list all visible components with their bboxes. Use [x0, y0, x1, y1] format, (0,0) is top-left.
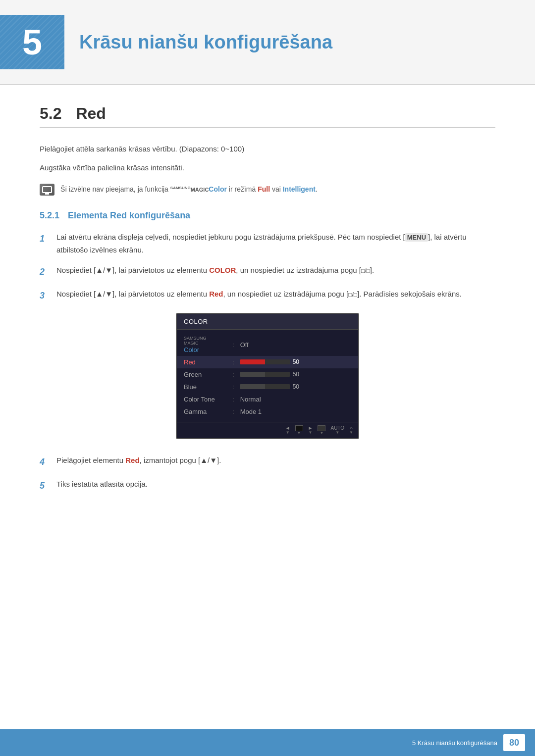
subsection-number: 5.2.1: [40, 210, 59, 220]
full-label: Full: [258, 185, 270, 193]
step-number-2: 2: [40, 264, 50, 280]
footer-chapter-text: 5 Krāsu nianšu konfigurēšana: [412, 739, 497, 747]
blue-bar-bg: [240, 384, 290, 389]
description-2: Augstāka vērtība palielina krāsas intens…: [40, 161, 495, 174]
screen-footer: ◄ ▼ ▼ ► ▼ ▼ AU: [177, 422, 358, 438]
red-bar-fill: [240, 359, 265, 364]
chapter-title: Krāsu nianšu konfigurēšana: [79, 32, 332, 53]
step-content-2: Nospiediet [▲/▼], lai pārvietotos uz ele…: [56, 264, 495, 277]
step-3: 3 Nospiediet [▲/▼], lai pārvietotos uz e…: [40, 288, 495, 303]
colortone-label: Color Tone: [184, 396, 228, 403]
note-icon: [40, 184, 54, 196]
subsection-title: 5.2.1 Elementa Red konfigurēšana: [40, 210, 495, 221]
menu-item-gamma: Gamma : Mode 1: [177, 405, 358, 418]
colortone-value: Normal: [240, 396, 261, 403]
box-key-2: □/□: [361, 267, 370, 274]
chapter-header: 5 Krāsu nianšu konfigurēšana: [0, 0, 535, 85]
step-4: 4 Pielāgojiet elementu Red, izmantojot p…: [40, 454, 495, 470]
step-content-4: Pielāgojiet elementu Red, izmantojot pog…: [56, 454, 495, 467]
green-bar-value: 50: [293, 371, 303, 378]
menu-key: MENU: [405, 233, 428, 242]
menu-item-blue: Blue : 50: [177, 381, 358, 393]
magic-color-label: SAMSUNGMAGIC Color: [184, 336, 228, 353]
step-5: 5 Tiks iestatīta atlasītā opcija.: [40, 478, 495, 494]
red-bar-bg: [240, 359, 290, 364]
red-label: Red: [184, 358, 228, 366]
footer-page-number: 80: [503, 734, 525, 751]
blue-bar-wrapper: 50: [240, 383, 303, 390]
color-label: Color: [209, 185, 227, 193]
blue-bar-value: 50: [293, 383, 303, 390]
menu-item-red: Red : 50: [177, 356, 358, 368]
step-2: 2 Nospiediet [▲/▼], lai pārvietotos uz e…: [40, 264, 495, 280]
step-number-3: 3: [40, 288, 50, 303]
description-1: Pielāgojiet attēla sarkanās krāsas vērtī…: [40, 143, 495, 155]
green-bar-bg: [240, 372, 290, 377]
red-bar-wrapper: 50: [240, 358, 303, 365]
green-bar-wrapper: 50: [240, 371, 303, 378]
red-element-label: Red: [209, 290, 223, 298]
page-wrapper: 5 Krāsu nianšu konfigurēšana 5.2 Red Pie…: [0, 0, 535, 756]
section-number: 5.2: [40, 104, 61, 122]
section-heading: Red: [76, 104, 106, 122]
gamma-value: Mode 1: [240, 408, 262, 415]
menu-item-green: Green : 50: [177, 368, 358, 381]
step-content-5: Tiks iestatīta atlasītā opcija.: [56, 478, 495, 491]
color-element-label: COLOR: [209, 266, 236, 274]
subsection-heading: Elementa Red konfigurēšana: [68, 210, 190, 220]
box-key-3: □/□: [348, 291, 357, 298]
menu-item-colortone: Color Tone : Normal: [177, 393, 358, 405]
gamma-label: Gamma: [184, 408, 228, 415]
green-label: Green: [184, 371, 228, 378]
intelligent-label: Intelligent: [283, 185, 316, 193]
chapter-number: 5: [0, 15, 64, 69]
blue-label: Blue: [184, 383, 228, 391]
brand-magic-text: SAMSUNGMAGIC: [170, 187, 209, 193]
menu-item-magic-color: SAMSUNGMAGIC Color : Off: [177, 334, 358, 356]
step-content-1: Lai atvērtu ekrāna displeja ceļvedi, nos…: [56, 231, 495, 256]
step-content-3: Nospiediet [▲/▼], lai pārvietotos uz ele…: [56, 288, 495, 301]
green-bar-fill: [240, 372, 265, 377]
step-number-5: 5: [40, 478, 50, 494]
content-area: 5.2 Red Pielāgojiet attēla sarkanās krās…: [0, 104, 535, 541]
screen-mockup-wrapper: COLOR SAMSUNGMAGIC Color : Off Red: [40, 313, 495, 439]
steps-list: 1 Lai atvērtu ekrāna displeja ceļvedi, n…: [40, 231, 495, 303]
note-text: Šī izvēlne nav pieejama, ja funkcija SAM…: [60, 184, 318, 195]
monitor-icon: [42, 186, 52, 193]
screen-menu: SAMSUNGMAGIC Color : Off Red :: [177, 330, 358, 422]
page-footer: 5 Krāsu nianšu konfigurēšana 80: [0, 729, 535, 756]
red-label-step4: Red: [125, 456, 139, 464]
step-number-1: 1: [40, 231, 50, 247]
red-bar-value: 50: [293, 358, 303, 365]
step-1: 1 Lai atvērtu ekrāna displeja ceļvedi, n…: [40, 231, 495, 256]
screen-mockup: COLOR SAMSUNGMAGIC Color : Off Red: [176, 313, 359, 439]
step-number-4: 4: [40, 454, 50, 470]
section-title: 5.2 Red: [40, 104, 495, 128]
note-box: Šī izvēlne nav pieejama, ja funkcija SAM…: [40, 184, 495, 196]
blue-bar-fill: [240, 384, 265, 389]
steps-list-2: 4 Pielāgojiet elementu Red, izmantojot p…: [40, 454, 495, 493]
screen-header: COLOR: [177, 314, 358, 330]
